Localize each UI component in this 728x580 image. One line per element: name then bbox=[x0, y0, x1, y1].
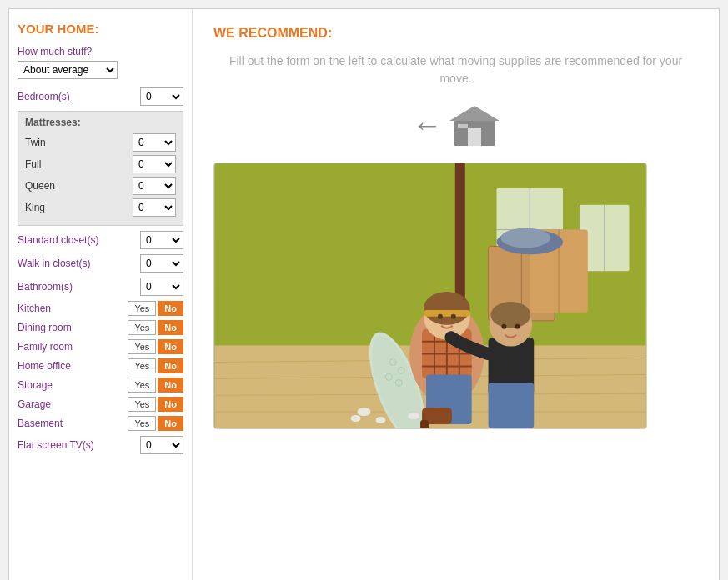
dining-room-yes-button[interactable]: Yes bbox=[128, 320, 156, 335]
family-room-label: Family room bbox=[18, 341, 73, 352]
storage-yes-button[interactable]: Yes bbox=[128, 378, 156, 392]
svg-rect-52 bbox=[420, 420, 429, 428]
flat-screen-dropdown[interactable]: 01234 bbox=[140, 436, 183, 454]
family-room-row: Family room Yes No bbox=[18, 339, 183, 354]
svg-rect-54 bbox=[489, 382, 535, 428]
basement-row: Basement Yes No bbox=[18, 416, 183, 431]
mattress-full-row: Full 0123 bbox=[25, 155, 176, 173]
basement-yes-button[interactable]: Yes bbox=[128, 416, 156, 431]
bathrooms-dropdown[interactable]: 01234 bbox=[140, 278, 183, 296]
dining-room-yes-no: Yes No bbox=[128, 320, 183, 335]
storage-yes-no: Yes No bbox=[128, 378, 183, 392]
svg-rect-2 bbox=[468, 128, 481, 146]
storage-no-button[interactable]: No bbox=[158, 378, 183, 392]
house-icon bbox=[449, 104, 500, 146]
svg-point-48 bbox=[438, 314, 443, 319]
svg-point-58 bbox=[515, 324, 520, 329]
svg-point-49 bbox=[451, 314, 456, 319]
family-room-yes-button[interactable]: Yes bbox=[128, 339, 156, 354]
garage-yes-no: Yes No bbox=[128, 397, 183, 412]
kitchen-row: Kitchen Yes No bbox=[18, 301, 183, 316]
svg-marker-1 bbox=[449, 106, 500, 121]
home-office-yes-button[interactable]: Yes bbox=[128, 358, 156, 373]
home-office-row: Home office Yes No bbox=[18, 358, 183, 373]
standard-closet-label: Standard closet(s) bbox=[18, 234, 98, 246]
svg-point-34 bbox=[351, 415, 361, 422]
dining-room-label: Dining room bbox=[18, 322, 72, 333]
garage-label: Garage bbox=[18, 398, 51, 410]
moving-image bbox=[213, 162, 647, 429]
svg-rect-3 bbox=[458, 124, 468, 128]
svg-point-23 bbox=[500, 228, 550, 248]
mattress-twin-label: Twin bbox=[25, 137, 46, 148]
left-panel-title: YOUR HOME: bbox=[18, 22, 183, 36]
mattress-queen-dropdown[interactable]: 0123 bbox=[133, 177, 176, 195]
svg-point-30 bbox=[358, 408, 371, 416]
mattresses-box: Mattresses: Twin 0123 Full 0123 Queen 01… bbox=[18, 111, 183, 226]
flat-screen-label: Flat screen TV(s) bbox=[18, 439, 94, 451]
couple-scene-svg bbox=[214, 163, 646, 428]
icon-row: ← bbox=[213, 104, 698, 146]
kitchen-yes-button[interactable]: Yes bbox=[128, 301, 156, 316]
mattress-king-label: King bbox=[25, 202, 45, 213]
kitchen-label: Kitchen bbox=[18, 302, 51, 314]
walkin-closet-dropdown[interactable]: 01234 bbox=[140, 254, 183, 272]
recommend-description: Fill out the form on the left to calcula… bbox=[213, 52, 698, 88]
svg-point-32 bbox=[408, 412, 419, 419]
kitchen-yes-no: Yes No bbox=[128, 301, 183, 316]
bedrooms-dropdown[interactable]: 012345 bbox=[140, 88, 183, 106]
app-container: YOUR HOME: How much stuff? About average… bbox=[8, 8, 720, 580]
walkin-closet-label: Walk in closet(s) bbox=[18, 258, 91, 269]
svg-rect-47 bbox=[424, 310, 470, 317]
kitchen-no-button[interactable]: No bbox=[158, 301, 183, 316]
mattress-king-row: King 0123 bbox=[25, 198, 176, 217]
mattress-twin-dropdown[interactable]: 0123 bbox=[133, 133, 176, 152]
right-panel: WE RECOMMEND: Fill out the form on the l… bbox=[193, 9, 719, 580]
mattresses-label: Mattresses: bbox=[25, 117, 176, 128]
mattress-full-dropdown[interactable]: 0123 bbox=[133, 155, 176, 173]
bathrooms-label: Bathroom(s) bbox=[18, 281, 73, 292]
family-room-no-button[interactable]: No bbox=[158, 339, 183, 354]
svg-point-56 bbox=[491, 302, 531, 328]
family-room-yes-no: Yes No bbox=[128, 339, 183, 354]
basement-label: Basement bbox=[18, 418, 63, 429]
garage-row: Garage Yes No bbox=[18, 397, 183, 412]
stuff-label: How much stuff? bbox=[18, 46, 183, 58]
home-office-label: Home office bbox=[18, 360, 71, 372]
mattress-queen-label: Queen bbox=[25, 180, 55, 192]
mattress-queen-row: Queen 0123 bbox=[25, 177, 176, 195]
mattress-king-dropdown[interactable]: 0123 bbox=[133, 198, 176, 217]
dining-room-no-button[interactable]: No bbox=[158, 320, 183, 335]
garage-no-button[interactable]: No bbox=[158, 397, 183, 412]
garage-yes-button[interactable]: Yes bbox=[128, 397, 156, 412]
home-office-yes-no: Yes No bbox=[128, 358, 183, 373]
home-office-no-button[interactable]: No bbox=[158, 358, 183, 373]
basement-yes-no: Yes No bbox=[128, 416, 183, 431]
mattress-twin-row: Twin 0123 bbox=[25, 133, 176, 152]
arrow-left-icon: ← bbox=[413, 108, 443, 142]
bedrooms-label: Bedroom(s) bbox=[18, 91, 70, 102]
standard-closet-dropdown[interactable]: 01234 bbox=[140, 231, 183, 249]
svg-point-57 bbox=[501, 324, 506, 329]
svg-point-46 bbox=[424, 292, 470, 325]
storage-row: Storage Yes No bbox=[18, 378, 183, 392]
left-panel: YOUR HOME: How much stuff? About average… bbox=[9, 9, 193, 580]
mattress-full-label: Full bbox=[25, 158, 41, 170]
stuff-dropdown[interactable]: About average A little A lot bbox=[18, 61, 118, 79]
dining-room-row: Dining room Yes No bbox=[18, 320, 183, 335]
svg-point-31 bbox=[375, 417, 385, 423]
right-panel-title: WE RECOMMEND: bbox=[213, 26, 698, 41]
basement-no-button[interactable]: No bbox=[158, 416, 183, 431]
storage-label: Storage bbox=[18, 379, 53, 391]
